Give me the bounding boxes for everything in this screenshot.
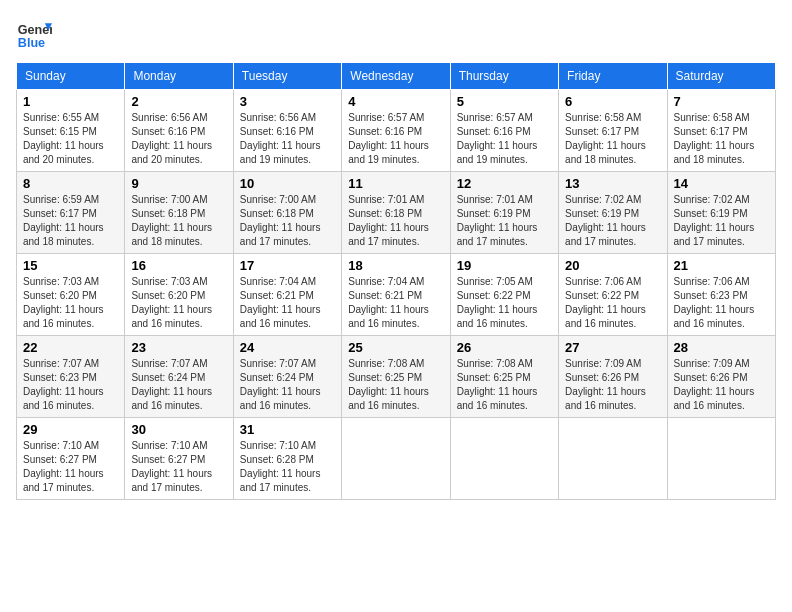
day-cell-15: 15 Sunrise: 7:03 AMSunset: 6:20 PMDaylig… [17, 254, 125, 336]
day-number: 25 [348, 340, 443, 355]
day-cell-4: 4 Sunrise: 6:57 AMSunset: 6:16 PMDayligh… [342, 90, 450, 172]
day-info: Sunrise: 7:10 AMSunset: 6:27 PMDaylight:… [23, 439, 118, 495]
day-info: Sunrise: 7:03 AMSunset: 6:20 PMDaylight:… [131, 275, 226, 331]
day-number: 14 [674, 176, 769, 191]
day-number: 13 [565, 176, 660, 191]
weekday-header-monday: Monday [125, 63, 233, 90]
day-cell-13: 13 Sunrise: 7:02 AMSunset: 6:19 PMDaylig… [559, 172, 667, 254]
empty-cell [667, 418, 775, 500]
day-info: Sunrise: 7:00 AMSunset: 6:18 PMDaylight:… [131, 193, 226, 249]
day-number: 6 [565, 94, 660, 109]
day-cell-22: 22 Sunrise: 7:07 AMSunset: 6:23 PMDaylig… [17, 336, 125, 418]
day-info: Sunrise: 6:59 AMSunset: 6:17 PMDaylight:… [23, 193, 118, 249]
day-info: Sunrise: 7:02 AMSunset: 6:19 PMDaylight:… [565, 193, 660, 249]
calendar-week-4: 22 Sunrise: 7:07 AMSunset: 6:23 PMDaylig… [17, 336, 776, 418]
day-cell-5: 5 Sunrise: 6:57 AMSunset: 6:16 PMDayligh… [450, 90, 558, 172]
day-info: Sunrise: 7:09 AMSunset: 6:26 PMDaylight:… [674, 357, 769, 413]
day-info: Sunrise: 7:08 AMSunset: 6:25 PMDaylight:… [457, 357, 552, 413]
day-number: 20 [565, 258, 660, 273]
calendar-week-2: 8 Sunrise: 6:59 AMSunset: 6:17 PMDayligh… [17, 172, 776, 254]
weekday-header-saturday: Saturday [667, 63, 775, 90]
day-cell-25: 25 Sunrise: 7:08 AMSunset: 6:25 PMDaylig… [342, 336, 450, 418]
day-info: Sunrise: 7:10 AMSunset: 6:27 PMDaylight:… [131, 439, 226, 495]
day-info: Sunrise: 6:56 AMSunset: 6:16 PMDaylight:… [240, 111, 335, 167]
day-cell-26: 26 Sunrise: 7:08 AMSunset: 6:25 PMDaylig… [450, 336, 558, 418]
calendar-week-1: 1 Sunrise: 6:55 AMSunset: 6:15 PMDayligh… [17, 90, 776, 172]
weekday-header-friday: Friday [559, 63, 667, 90]
day-number: 17 [240, 258, 335, 273]
weekday-header-tuesday: Tuesday [233, 63, 341, 90]
day-number: 10 [240, 176, 335, 191]
day-cell-17: 17 Sunrise: 7:04 AMSunset: 6:21 PMDaylig… [233, 254, 341, 336]
day-cell-21: 21 Sunrise: 7:06 AMSunset: 6:23 PMDaylig… [667, 254, 775, 336]
svg-text:Blue: Blue [18, 36, 45, 50]
empty-cell [342, 418, 450, 500]
day-cell-23: 23 Sunrise: 7:07 AMSunset: 6:24 PMDaylig… [125, 336, 233, 418]
day-number: 5 [457, 94, 552, 109]
day-info: Sunrise: 7:06 AMSunset: 6:22 PMDaylight:… [565, 275, 660, 331]
weekday-header-thursday: Thursday [450, 63, 558, 90]
day-cell-27: 27 Sunrise: 7:09 AMSunset: 6:26 PMDaylig… [559, 336, 667, 418]
day-info: Sunrise: 7:02 AMSunset: 6:19 PMDaylight:… [674, 193, 769, 249]
day-cell-24: 24 Sunrise: 7:07 AMSunset: 6:24 PMDaylig… [233, 336, 341, 418]
day-info: Sunrise: 7:01 AMSunset: 6:18 PMDaylight:… [348, 193, 443, 249]
day-info: Sunrise: 7:00 AMSunset: 6:18 PMDaylight:… [240, 193, 335, 249]
day-info: Sunrise: 7:07 AMSunset: 6:24 PMDaylight:… [240, 357, 335, 413]
day-cell-3: 3 Sunrise: 6:56 AMSunset: 6:16 PMDayligh… [233, 90, 341, 172]
day-cell-18: 18 Sunrise: 7:04 AMSunset: 6:21 PMDaylig… [342, 254, 450, 336]
day-info: Sunrise: 7:03 AMSunset: 6:20 PMDaylight:… [23, 275, 118, 331]
day-number: 8 [23, 176, 118, 191]
day-info: Sunrise: 6:56 AMSunset: 6:16 PMDaylight:… [131, 111, 226, 167]
day-number: 15 [23, 258, 118, 273]
day-cell-29: 29 Sunrise: 7:10 AMSunset: 6:27 PMDaylig… [17, 418, 125, 500]
day-number: 12 [457, 176, 552, 191]
day-info: Sunrise: 7:04 AMSunset: 6:21 PMDaylight:… [348, 275, 443, 331]
day-number: 23 [131, 340, 226, 355]
empty-cell [450, 418, 558, 500]
day-info: Sunrise: 7:01 AMSunset: 6:19 PMDaylight:… [457, 193, 552, 249]
day-cell-16: 16 Sunrise: 7:03 AMSunset: 6:20 PMDaylig… [125, 254, 233, 336]
day-cell-1: 1 Sunrise: 6:55 AMSunset: 6:15 PMDayligh… [17, 90, 125, 172]
day-number: 27 [565, 340, 660, 355]
weekday-header-wednesday: Wednesday [342, 63, 450, 90]
day-number: 16 [131, 258, 226, 273]
day-cell-9: 9 Sunrise: 7:00 AMSunset: 6:18 PMDayligh… [125, 172, 233, 254]
day-number: 21 [674, 258, 769, 273]
day-cell-19: 19 Sunrise: 7:05 AMSunset: 6:22 PMDaylig… [450, 254, 558, 336]
day-info: Sunrise: 7:07 AMSunset: 6:23 PMDaylight:… [23, 357, 118, 413]
day-info: Sunrise: 7:10 AMSunset: 6:28 PMDaylight:… [240, 439, 335, 495]
day-number: 24 [240, 340, 335, 355]
day-number: 3 [240, 94, 335, 109]
day-info: Sunrise: 7:08 AMSunset: 6:25 PMDaylight:… [348, 357, 443, 413]
day-number: 1 [23, 94, 118, 109]
day-info: Sunrise: 6:57 AMSunset: 6:16 PMDaylight:… [457, 111, 552, 167]
day-number: 18 [348, 258, 443, 273]
day-number: 31 [240, 422, 335, 437]
day-number: 28 [674, 340, 769, 355]
calendar-table: SundayMondayTuesdayWednesdayThursdayFrid… [16, 62, 776, 500]
day-info: Sunrise: 7:04 AMSunset: 6:21 PMDaylight:… [240, 275, 335, 331]
day-cell-31: 31 Sunrise: 7:10 AMSunset: 6:28 PMDaylig… [233, 418, 341, 500]
day-info: Sunrise: 6:55 AMSunset: 6:15 PMDaylight:… [23, 111, 118, 167]
day-number: 4 [348, 94, 443, 109]
day-info: Sunrise: 6:58 AMSunset: 6:17 PMDaylight:… [565, 111, 660, 167]
day-cell-7: 7 Sunrise: 6:58 AMSunset: 6:17 PMDayligh… [667, 90, 775, 172]
day-number: 26 [457, 340, 552, 355]
calendar-week-5: 29 Sunrise: 7:10 AMSunset: 6:27 PMDaylig… [17, 418, 776, 500]
calendar-week-3: 15 Sunrise: 7:03 AMSunset: 6:20 PMDaylig… [17, 254, 776, 336]
day-info: Sunrise: 7:09 AMSunset: 6:26 PMDaylight:… [565, 357, 660, 413]
day-number: 19 [457, 258, 552, 273]
day-number: 11 [348, 176, 443, 191]
day-number: 9 [131, 176, 226, 191]
day-cell-8: 8 Sunrise: 6:59 AMSunset: 6:17 PMDayligh… [17, 172, 125, 254]
logo-icon: General Blue [16, 16, 52, 52]
day-cell-20: 20 Sunrise: 7:06 AMSunset: 6:22 PMDaylig… [559, 254, 667, 336]
day-cell-12: 12 Sunrise: 7:01 AMSunset: 6:19 PMDaylig… [450, 172, 558, 254]
day-cell-2: 2 Sunrise: 6:56 AMSunset: 6:16 PMDayligh… [125, 90, 233, 172]
day-cell-28: 28 Sunrise: 7:09 AMSunset: 6:26 PMDaylig… [667, 336, 775, 418]
day-cell-14: 14 Sunrise: 7:02 AMSunset: 6:19 PMDaylig… [667, 172, 775, 254]
day-info: Sunrise: 7:05 AMSunset: 6:22 PMDaylight:… [457, 275, 552, 331]
day-cell-10: 10 Sunrise: 7:00 AMSunset: 6:18 PMDaylig… [233, 172, 341, 254]
day-info: Sunrise: 6:57 AMSunset: 6:16 PMDaylight:… [348, 111, 443, 167]
day-cell-30: 30 Sunrise: 7:10 AMSunset: 6:27 PMDaylig… [125, 418, 233, 500]
